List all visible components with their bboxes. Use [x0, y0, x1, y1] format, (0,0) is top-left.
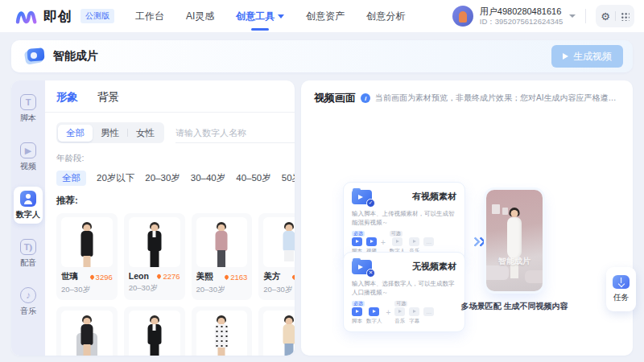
page-header: 智能成片 生成视频 — [11, 40, 633, 72]
divider — [615, 11, 616, 21]
folder-no-video-icon: ✕ — [352, 258, 373, 275]
with-video-material-card: ✓ 有视频素材 输入脚本、上传视频素材，可以生成智能混剪视频～ 必选 脚本 视频… — [343, 182, 465, 262]
task-float-button[interactable]: 任务 — [606, 267, 636, 311]
generate-video-button[interactable]: 生成视频 — [551, 45, 623, 68]
illustration-caption: 多场景匹配 生成不同视频内容 — [441, 301, 588, 312]
user-caret-icon[interactable] — [569, 14, 576, 18]
play-icon — [563, 53, 568, 60]
card-image — [129, 311, 180, 356]
search-box — [175, 122, 295, 143]
digital-human-mini-icon — [369, 307, 379, 316]
digital-human-grid: 世璃 3296 20–30岁 Leon 2276 20–30岁 — [56, 213, 295, 356]
apps-grid-icon[interactable] — [621, 12, 630, 21]
digital-human-card[interactable]: Leon 2276 20–30岁 — [124, 213, 185, 300]
logo-text: 即创 — [43, 7, 72, 26]
app-logo[interactable]: 即创 — [14, 7, 72, 26]
empty-state-illustration: ✓ 有视频素材 输入脚本、上传视频素材，可以生成智能混剪视频～ 必选 脚本 视频… — [301, 80, 633, 356]
plus-icon: + — [386, 308, 391, 317]
card-image — [196, 217, 248, 267]
digital-human-card[interactable]: 世菲 7304 20–30岁 — [56, 306, 118, 356]
digital-human-card[interactable]: 美方 3446 20–30岁 — [258, 213, 295, 300]
rail-item-dubbing[interactable]: T⦆ 配音 — [14, 235, 43, 272]
music-icon: ♪ — [20, 287, 36, 303]
top-nav: 即创 公测版 工作台 AI灵感 创意工具 创意资产 创意分析 用户4980280… — [0, 0, 644, 32]
required-badge: 必选 — [352, 301, 365, 307]
gender-female[interactable]: 女性 — [128, 125, 163, 142]
age-under-20[interactable]: 20岁以下 — [97, 172, 134, 184]
watermark: 智能成片 — [498, 256, 530, 267]
tab-background[interactable]: 背景 — [97, 90, 119, 105]
required-badge: 必选 — [352, 231, 365, 237]
digital-human-mini-icon — [392, 237, 402, 246]
search-input[interactable] — [175, 128, 295, 138]
age-40-50[interactable]: 40–50岁 — [236, 172, 270, 184]
card-image — [61, 217, 113, 267]
double-chevron-icon — [472, 238, 485, 245]
presenter-figure — [502, 208, 526, 285]
without-video-material-card: ✕ 无视频素材 输入脚本、选择数字人，可以生成数字人口播视频～ 必选 脚本 数字… — [343, 252, 465, 332]
folder-video-icon: ✓ — [352, 188, 373, 205]
nav-menu: 工作台 AI灵感 创意工具 创意资产 创意分析 — [135, 0, 405, 32]
dubbing-icon: T⦆ — [20, 239, 36, 255]
flame-icon — [89, 274, 95, 279]
required-group: 必选 脚本 数字人 — [352, 306, 382, 325]
nav-tools: ⚙ — [596, 5, 634, 27]
script-mini-icon — [352, 307, 362, 316]
logo-icon — [14, 7, 39, 25]
subtitle-mini-icon — [409, 307, 419, 316]
plus-icon: + — [381, 238, 386, 247]
card-image — [61, 311, 113, 356]
script-icon: T — [20, 94, 36, 110]
age-20-30[interactable]: 20–30岁 — [145, 172, 180, 184]
age-filter: 全部 20岁以下 20–30岁 30–40岁 40–50岁 50岁以上 — [56, 171, 295, 186]
phone-preview: 智能成片 — [486, 190, 543, 291]
digital-human-icon — [20, 191, 36, 207]
divider — [585, 9, 586, 23]
rail-item-video[interactable]: ▶ 视频 — [14, 138, 43, 175]
nav-item-creative-assets[interactable]: 创意资产 — [306, 0, 345, 32]
smart-film-icon — [24, 47, 45, 66]
beta-badge: 公测版 — [80, 9, 114, 23]
flame-icon — [156, 273, 162, 278]
nav-item-workbench[interactable]: 工作台 — [135, 0, 164, 32]
age-filter-label: 年龄段: — [56, 153, 295, 164]
digital-human-card[interactable]: 宁烟 2903 20–30岁 — [258, 306, 295, 356]
gender-male[interactable]: 男性 — [93, 125, 127, 142]
script-mini-icon — [352, 237, 362, 246]
rail-item-digital-human[interactable]: 数字人 — [14, 187, 43, 224]
avatar[interactable] — [452, 6, 473, 27]
video-icon: ▶ — [20, 142, 36, 158]
without-video-title: 无视频素材 — [412, 261, 456, 273]
age-30-40[interactable]: 30–40岁 — [191, 172, 225, 184]
gender-all[interactable]: 全部 — [58, 125, 93, 142]
more-icon: … — [423, 237, 434, 246]
user-name: 用户4980280481616 — [480, 6, 564, 17]
panel-tabs: 形象 背景 — [45, 90, 295, 113]
nav-item-ai-inspiration[interactable]: AI灵感 — [186, 0, 214, 32]
nav-item-creative-tools[interactable]: 创意工具 — [236, 0, 284, 32]
gear-icon[interactable]: ⚙ — [601, 11, 610, 22]
left-section: T 脚本 ▶ 视频 数字人 T⦆ 配音 ♪ 音乐 形象 背景 全部 男性 — [11, 80, 295, 356]
rail-item-music[interactable]: ♪ 音乐 — [14, 283, 43, 320]
with-video-desc: 输入脚本、上传视频素材，可以生成智能混剪视频～ — [352, 209, 456, 228]
page-title: 智能成片 — [53, 49, 98, 64]
digital-human-card[interactable]: 世璃 3296 20–30岁 — [56, 213, 118, 300]
with-video-title: 有视频素材 — [412, 191, 456, 203]
music-mini-icon — [409, 237, 419, 246]
tab-appearance[interactable]: 形象 — [56, 90, 78, 105]
card-image — [263, 217, 295, 267]
digital-human-card[interactable]: 美蔓 4475 20–30岁 — [192, 306, 253, 356]
age-over-50[interactable]: 50岁以上 — [282, 172, 295, 184]
age-all[interactable]: 全部 — [56, 171, 86, 186]
chevron-down-icon — [278, 14, 284, 19]
video-preview-panel: 视频画面 i 当前画面为素材预览，非最终成片效果；您对AI生成内容应严格遵循国家… — [301, 80, 633, 356]
music-mini-icon — [394, 307, 405, 316]
nav-item-creative-analysis[interactable]: 创意分析 — [366, 0, 405, 32]
feature-rail: T 脚本 ▶ 视频 数字人 T⦆ 配音 ♪ 音乐 — [11, 80, 45, 356]
active-tab-underline — [251, 28, 269, 31]
rail-item-script[interactable]: T 脚本 — [14, 90, 43, 127]
user-id: ID：3952075612624345 — [480, 17, 564, 26]
digital-human-card[interactable]: 才吉 2322 20–30岁 — [124, 306, 185, 356]
user-info[interactable]: 用户4980280481616 ID：3952075612624345 — [480, 6, 564, 27]
digital-human-card[interactable]: 美熙 2163 20–30岁 — [192, 213, 253, 300]
